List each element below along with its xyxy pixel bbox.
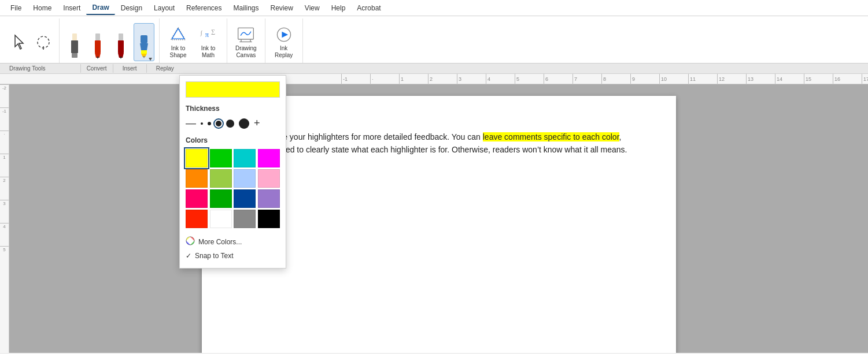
snap-to-text-label: Snap to Text bbox=[195, 252, 234, 260]
color-swatch-yellow[interactable] bbox=[186, 149, 208, 167]
color-wheel-icon bbox=[186, 236, 195, 247]
replay-bottom-label: Replay bbox=[146, 64, 183, 73]
checkmark-icon: ✓ bbox=[186, 252, 191, 260]
thickness-dot-3[interactable] bbox=[216, 121, 221, 126]
menu-layout[interactable]: Layout bbox=[148, 2, 180, 14]
svg-rect-5 bbox=[72, 53, 77, 58]
more-colors-label: More Colors... bbox=[198, 238, 242, 246]
pen-dark-red-button[interactable] bbox=[110, 23, 131, 61]
menu-bar: File Home Insert Draw Design Layout Refe… bbox=[0, 0, 868, 16]
doc-paragraph: Color-code your highlighters for more de… bbox=[248, 131, 630, 156]
thickness-row: — + bbox=[186, 117, 280, 129]
menu-draw[interactable]: Draw bbox=[86, 1, 114, 15]
svg-marker-30 bbox=[282, 32, 288, 38]
color-swatch-light-blue[interactable] bbox=[234, 169, 256, 188]
pen-red-button[interactable] bbox=[87, 23, 108, 61]
lasso-tool-button[interactable] bbox=[32, 27, 54, 59]
color-swatch-gray[interactable] bbox=[234, 210, 256, 228]
svg-rect-3 bbox=[72, 33, 77, 40]
color-preview-bar bbox=[186, 81, 280, 98]
svg-text:∑: ∑ bbox=[211, 28, 215, 35]
eraser-button[interactable] bbox=[64, 23, 85, 61]
svg-rect-4 bbox=[71, 40, 78, 53]
ink-to-math-button[interactable]: ∫ π ∑ Ink toMath bbox=[194, 23, 222, 61]
color-swatch-light-green[interactable] bbox=[210, 169, 232, 188]
menu-references[interactable]: References bbox=[180, 2, 227, 14]
doc-text-highlight: leave comments specific to each color bbox=[483, 132, 619, 141]
thickness-dot-2[interactable] bbox=[208, 122, 211, 125]
color-swatch-hot-pink[interactable] bbox=[186, 189, 208, 208]
menu-mailings[interactable]: Mailings bbox=[227, 2, 264, 14]
snap-to-text-button[interactable]: ✓ Snap to Text bbox=[186, 249, 280, 262]
ink-to-shape-button[interactable]: Ink toShape bbox=[164, 23, 192, 61]
thickness-dot-5[interactable] bbox=[239, 118, 249, 129]
cursor-icon bbox=[13, 34, 27, 52]
ribbon: Ink toShape ∫ π ∑ Ink toMath Convert bbox=[0, 16, 868, 74]
color-swatch-purple[interactable] bbox=[258, 189, 280, 208]
ink-replay-button[interactable]: InkReplay bbox=[270, 23, 298, 61]
menu-file[interactable]: File bbox=[5, 2, 27, 14]
svg-rect-7 bbox=[95, 40, 101, 53]
horizontal-ruler: -1 · 1 2 3 4 5 6 7 8 9 10 11 12 13 14 15… bbox=[0, 74, 868, 84]
ink-to-shape-label: Ink toShape bbox=[170, 45, 187, 59]
svg-rect-16 bbox=[141, 50, 147, 54]
color-swatch-black[interactable] bbox=[258, 210, 280, 228]
color-swatch-dark-green[interactable] bbox=[210, 189, 232, 208]
vertical-ruler: -2 -1 · 1 2 3 4 5 bbox=[0, 84, 9, 353]
color-swatch-dark-blue[interactable] bbox=[234, 189, 256, 208]
svg-rect-11 bbox=[118, 40, 124, 53]
thickness-plus-icon[interactable]: + bbox=[254, 117, 260, 129]
thickness-dot-4[interactable] bbox=[226, 120, 234, 128]
menu-home[interactable]: Home bbox=[27, 2, 57, 14]
thickness-minus-icon: — bbox=[186, 117, 196, 129]
more-colors-button[interactable]: More Colors... bbox=[186, 234, 280, 249]
highlighter-button[interactable] bbox=[134, 23, 154, 61]
menu-acrobat[interactable]: Acrobat bbox=[351, 2, 386, 14]
ribbon-group-pens bbox=[60, 18, 160, 65]
svg-marker-21 bbox=[172, 28, 184, 39]
convert-label: Convert bbox=[80, 64, 113, 73]
color-swatch-white[interactable] bbox=[210, 210, 232, 228]
ink-replay-label: InkReplay bbox=[275, 45, 293, 59]
ink-to-math-label: Ink toMath bbox=[201, 45, 215, 59]
ribbon-group-tools bbox=[5, 18, 60, 65]
menu-insert[interactable]: Insert bbox=[57, 2, 86, 14]
thickness-label: Thickness bbox=[186, 105, 280, 113]
lasso-icon bbox=[36, 35, 51, 51]
main-area: -2 -1 · 1 2 3 4 5 Color-code your highli… bbox=[0, 84, 868, 353]
ribbon-footer: Drawing Tools Convert Insert Replay bbox=[0, 63, 868, 73]
color-swatch-cyan[interactable] bbox=[234, 149, 256, 167]
thickness-dot-1[interactable] bbox=[201, 122, 203, 125]
highlighter-dropdown-arrow[interactable] bbox=[148, 55, 153, 59]
drawing-tools-label: Drawing Tools bbox=[0, 65, 46, 72]
svg-text:∫: ∫ bbox=[200, 29, 203, 36]
menu-design[interactable]: Design bbox=[115, 2, 148, 14]
svg-text:π: π bbox=[205, 31, 209, 39]
color-swatch-orange[interactable] bbox=[186, 169, 208, 188]
color-swatch-red[interactable] bbox=[186, 210, 208, 228]
svg-point-32 bbox=[189, 239, 192, 243]
color-swatch-green[interactable] bbox=[210, 149, 232, 167]
doc-area: Color-code your highlighters for more de… bbox=[9, 84, 868, 353]
cursor-tool-button[interactable] bbox=[9, 27, 30, 59]
colors-grid bbox=[186, 149, 280, 228]
ruler-ticks: -1 · 1 2 3 4 5 6 7 8 9 10 11 12 13 14 15… bbox=[341, 74, 868, 84]
colors-label: Colors bbox=[186, 136, 280, 144]
menu-help[interactable]: Help bbox=[326, 2, 352, 14]
highlighter-dropdown-panel: Thickness — + Colors bbox=[179, 75, 286, 269]
svg-marker-19 bbox=[149, 58, 152, 61]
drawing-canvas-label: DrawingCanvas bbox=[235, 45, 257, 59]
svg-marker-20 bbox=[171, 28, 186, 40]
menu-review[interactable]: Review bbox=[265, 2, 299, 14]
svg-rect-10 bbox=[119, 33, 123, 40]
color-swatch-magenta[interactable] bbox=[258, 149, 280, 167]
insert-label: Insert bbox=[113, 64, 146, 73]
svg-rect-6 bbox=[95, 33, 100, 40]
drawing-canvas-button[interactable]: DrawingCanvas bbox=[232, 23, 260, 61]
svg-marker-15 bbox=[140, 43, 148, 50]
svg-marker-0 bbox=[15, 35, 23, 49]
color-swatch-pink[interactable] bbox=[258, 169, 280, 188]
svg-rect-14 bbox=[141, 35, 147, 43]
menu-view[interactable]: View bbox=[299, 2, 326, 14]
